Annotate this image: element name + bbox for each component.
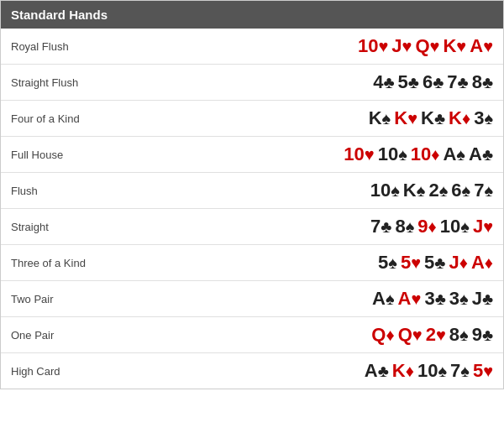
card-suit: ♣ (482, 146, 493, 163)
hand-cards: 10♥J♥Q♥K♥A♥ (145, 37, 493, 55)
card-suit: ♦ (431, 146, 439, 163)
table-title: Standard Hands (1, 1, 503, 29)
card-rank: 8 (449, 326, 459, 344)
card-rank: 7 (370, 217, 381, 236)
playing-card: K♥ (443, 37, 466, 55)
card-rank: 9 (472, 326, 482, 344)
hand-name: Flush (11, 185, 145, 197)
hand-cards: 5♠5♥5♣J♦A♦ (145, 253, 493, 272)
playing-card: 3♠ (474, 109, 493, 128)
card-rank: 3 (474, 109, 484, 128)
card-suit: ♠ (438, 363, 447, 379)
playing-card: A♦ (471, 253, 493, 272)
card-suit: ♠ (484, 182, 493, 199)
playing-card: K♦ (392, 362, 414, 380)
card-rank: 3 (424, 290, 434, 308)
playing-card: 9♣ (472, 326, 493, 344)
playing-card: 2♠ (428, 181, 448, 200)
card-rank: K (443, 37, 456, 55)
playing-card: 8♣ (472, 73, 493, 91)
table-row: High CardA♣K♦10♠7♠5♥ (1, 353, 503, 389)
card-rank: 10 (358, 37, 378, 55)
playing-card: K♠ (403, 181, 426, 200)
hand-name: Straight (11, 221, 145, 233)
card-suit: ♣ (383, 74, 394, 91)
card-suit: ♠ (460, 363, 470, 379)
card-suit: ♣ (408, 74, 419, 91)
card-suit: ♥ (436, 326, 446, 343)
hand-name: Full House (11, 149, 145, 161)
card-rank: 5 (424, 253, 434, 272)
playing-card: 10♥ (344, 145, 374, 164)
hand-cards: 10♠K♠2♠6♠7♠ (145, 181, 493, 200)
playing-card: Q♦ (371, 326, 394, 344)
playing-card: 10♠ (370, 181, 400, 200)
card-suit: ♠ (459, 326, 469, 343)
card-suit: ♠ (439, 182, 449, 199)
card-suit: ♠ (398, 146, 407, 163)
card-suit: ♦ (459, 254, 468, 271)
card-rank: Q (398, 326, 412, 344)
card-suit: ♥ (412, 326, 423, 343)
card-rank: A (443, 145, 456, 164)
playing-card: 5♣ (398, 73, 419, 91)
card-rank: A (398, 290, 412, 308)
card-suit: ♠ (391, 182, 400, 199)
card-suit: ♥ (456, 38, 466, 55)
card-suit: ♣ (381, 218, 391, 235)
card-suit: ♠ (456, 146, 465, 163)
table-row: Straight Flush4♣5♣6♣7♣8♣ (1, 65, 503, 101)
table-row: Straight7♣8♠9♦10♠J♥ (1, 209, 503, 245)
card-rank: 10 (344, 145, 364, 164)
playing-card: A♣ (469, 145, 493, 164)
table-row: Full House10♥10♠10♦A♠A♣ (1, 137, 503, 173)
playing-card: 8♠ (449, 326, 469, 344)
playing-card: J♥ (473, 217, 493, 236)
card-rank: K (394, 109, 407, 128)
card-suit: ♥ (365, 146, 375, 163)
playing-card: K♦ (449, 109, 470, 128)
card-suit: ♣ (435, 290, 446, 307)
card-rank: Q (415, 37, 429, 55)
card-rank: 2 (428, 181, 438, 200)
playing-card: 5♠ (378, 253, 397, 272)
card-rank: 5 (401, 253, 411, 272)
table-row: Two PairA♠A♥3♣3♠J♣ (1, 281, 503, 317)
card-suit: ♦ (485, 254, 493, 271)
playing-card: 7♠ (474, 181, 493, 200)
playing-card: 10♦ (411, 145, 440, 164)
card-rank: 6 (451, 181, 461, 200)
playing-card: 7♣ (447, 73, 468, 91)
playing-card: K♣ (421, 109, 445, 128)
playing-card: 10♠ (417, 362, 447, 380)
playing-card: K♠ (369, 109, 391, 128)
card-rank: 8 (395, 217, 405, 236)
playing-card: J♦ (449, 253, 467, 272)
card-rank: 3 (449, 290, 459, 308)
hand-cards: 7♣8♠9♦10♠J♥ (145, 217, 493, 236)
playing-card: A♠ (372, 290, 395, 308)
card-suit: ♦ (428, 218, 437, 235)
card-rank: A (470, 37, 483, 55)
playing-card: 6♣ (423, 73, 444, 91)
card-rank: 7 (474, 181, 484, 200)
card-suit: ♥ (483, 38, 493, 55)
playing-card: 3♠ (449, 290, 469, 308)
card-suit: ♣ (458, 74, 469, 91)
playing-card: 6♠ (451, 181, 470, 200)
table-row: Three of a Kind5♠5♥5♣J♦A♦ (1, 245, 503, 281)
card-suit: ♠ (382, 110, 391, 127)
playing-card: A♣ (365, 362, 389, 380)
card-suit: ♣ (482, 290, 493, 307)
card-rank: 8 (472, 73, 482, 91)
card-rank: K (449, 109, 462, 128)
card-suit: ♠ (484, 110, 493, 127)
playing-card: 5♥ (401, 253, 421, 272)
hand-name: High Card (11, 365, 145, 378)
card-rank: J (472, 290, 482, 308)
hand-cards: Q♦Q♥2♥8♠9♣ (145, 326, 493, 344)
card-suit: ♣ (482, 74, 493, 91)
playing-card: 10♠ (440, 217, 470, 236)
card-rank: A (365, 362, 378, 380)
card-rank: 5 (473, 362, 483, 380)
